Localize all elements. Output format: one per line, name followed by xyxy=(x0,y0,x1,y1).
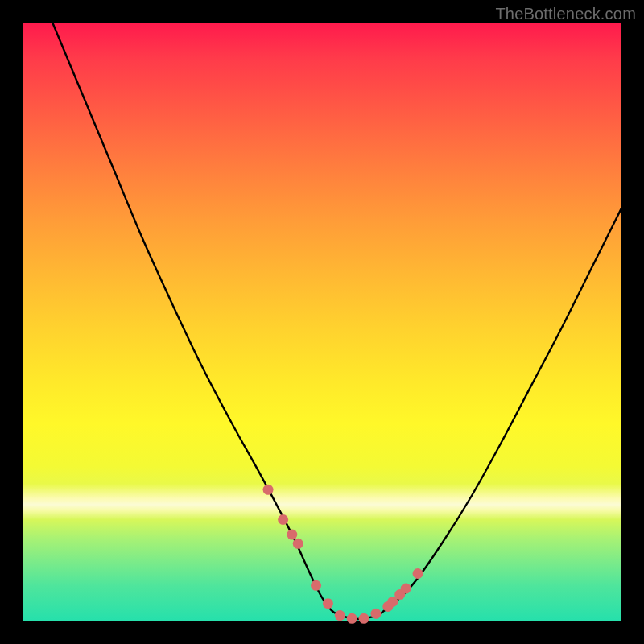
curve-layer xyxy=(23,23,621,621)
marker-point xyxy=(311,580,321,591)
marker-point xyxy=(382,601,393,612)
watermark-text: TheBottleneck.com xyxy=(495,5,636,23)
marker-point xyxy=(387,597,398,607)
marker-point xyxy=(347,613,357,624)
marker-point xyxy=(370,609,381,619)
marker-point xyxy=(323,598,333,609)
marker-point xyxy=(413,568,423,579)
marker-point xyxy=(335,610,345,621)
marker-point xyxy=(359,613,369,624)
marker-point xyxy=(401,584,411,594)
chart-plot-area xyxy=(23,23,621,621)
bottleneck-curve xyxy=(52,23,621,619)
marker-group xyxy=(263,485,423,624)
marker-point xyxy=(293,539,303,549)
marker-point xyxy=(287,530,297,540)
marker-point xyxy=(394,589,405,600)
marker-point xyxy=(263,485,274,495)
marker-point xyxy=(278,514,288,525)
